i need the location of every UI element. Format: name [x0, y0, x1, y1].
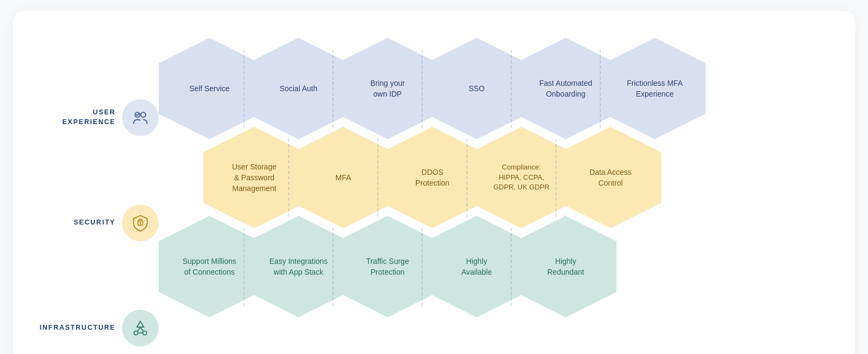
hex-mfa: MFA — [293, 127, 394, 228]
divider-5 — [600, 50, 601, 128]
divider-inf-3 — [422, 228, 423, 306]
hex-user-storage: User Storage & Password Management — [204, 127, 305, 228]
hex-self-service: Self Service — [159, 38, 260, 139]
security-icon-badge — [122, 205, 159, 241]
divider-2 — [333, 50, 334, 128]
ue-label: USER EXPERIENCE — [35, 108, 116, 127]
hex-ddos: DDOS Protection — [382, 127, 483, 228]
hex-byoidp-label: Bring your own IDP — [362, 73, 413, 104]
hex-sso-label: SSO — [460, 79, 493, 98]
divider-inf-2 — [333, 228, 334, 306]
hex-highly-available: Highly Available — [426, 216, 527, 317]
ue-icon-badge — [122, 99, 159, 136]
hex-compliance: Compliance: HIPPA, CCPA, GDPR, UK GDPR — [471, 127, 572, 228]
hex-mfa-exp-label: Frictionless MFA Experience — [618, 73, 691, 104]
hex-highly-redundant-label: Highly Redundant — [539, 251, 593, 282]
hex-millions: Support Millions of Connections — [159, 216, 260, 317]
svg-point-6 — [134, 331, 138, 335]
divider-sec-4 — [555, 139, 557, 217]
divider-inf-1 — [243, 228, 245, 306]
hex-traffic-surge-label: Traffic Surge Protection — [357, 251, 417, 282]
hex-self-service-label: Self Service — [181, 79, 239, 98]
divider-4 — [511, 50, 512, 128]
divider-1 — [243, 50, 245, 128]
svg-line-9 — [140, 327, 143, 331]
hex-byoidp: Bring your own IDP — [337, 38, 438, 139]
hex-user-storage-label: User Storage & Password Management — [223, 157, 285, 199]
hex-mfa-label: MFA — [327, 168, 360, 187]
infra-label: INFRASTRUCTURE — [35, 323, 116, 333]
hex-ddos-label: DDOS Protection — [406, 162, 458, 193]
label-infrastructure: INFRASTRUCTURE — [35, 275, 159, 354]
svg-point-7 — [143, 331, 147, 335]
label-security: SECURITY — [35, 170, 159, 275]
svg-line-8 — [138, 327, 140, 331]
hex-highly-available-label: Highly Available — [453, 251, 501, 282]
network-icon — [131, 318, 150, 338]
hex-integrations-label: Easy Integrations with App Stack — [261, 251, 336, 282]
users-icon — [131, 108, 150, 127]
hex-mfa-exp: Frictionless MFA Experience — [604, 38, 706, 139]
shield-icon — [131, 213, 150, 233]
hex-data-access: Data Access Control — [560, 127, 661, 228]
hex-fast-onboarding: Fast Automated Onboarding — [515, 38, 616, 139]
hex-social-auth-label: Social Auth — [271, 79, 326, 98]
hex-sso: SSO — [426, 38, 527, 139]
security-label: SECURITY — [35, 218, 116, 228]
hex-integrations: Easy Integrations with App Stack — [248, 216, 349, 317]
layout: USER EXPERIENCE — [24, 27, 844, 354]
divider-3 — [422, 50, 423, 128]
hex-social-auth: Social Auth — [248, 38, 349, 139]
labels-column: USER EXPERIENCE — [35, 32, 159, 354]
svg-point-3 — [140, 222, 141, 223]
hex-fast-onboarding-label: Fast Automated Onboarding — [531, 73, 601, 104]
svg-marker-5 — [137, 321, 144, 327]
divider-sec-1 — [288, 139, 289, 217]
main-container: USER EXPERIENCE — [13, 11, 855, 354]
svg-point-1 — [141, 112, 146, 117]
divider-sec-2 — [377, 139, 378, 217]
hex-compliance-label: Compliance: HIPPA, CCPA, GDPR, UK GDPR — [485, 158, 558, 198]
hexagons-area: Self Service Social Auth Bring your own … — [159, 32, 833, 351]
hex-traffic-surge: Traffic Surge Protection — [337, 216, 438, 317]
label-user-experience: USER EXPERIENCE — [35, 65, 159, 170]
divider-sec-3 — [466, 139, 467, 217]
divider-inf-4 — [511, 228, 512, 306]
hex-data-access-label: Data Access Control — [581, 162, 640, 193]
infra-icon-badge — [122, 310, 159, 346]
hex-highly-redundant: Highly Redundant — [515, 216, 616, 317]
hex-millions-label: Support Millions of Connections — [174, 251, 245, 282]
